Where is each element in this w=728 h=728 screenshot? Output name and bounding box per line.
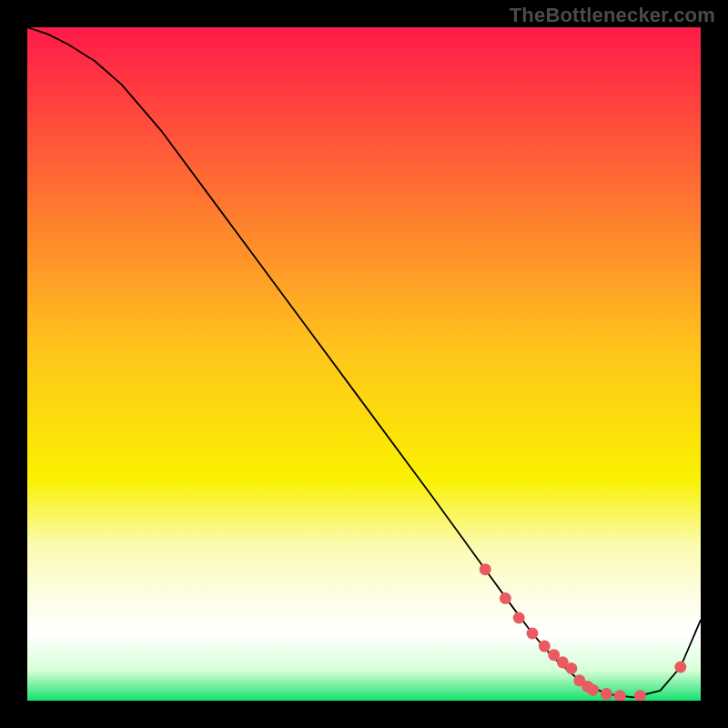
watermark-text: TheBottleneсker.com: [510, 4, 715, 27]
marker-dot: [587, 684, 599, 696]
marker-dot: [500, 592, 511, 604]
marker-dot: [527, 628, 539, 640]
marker-dot: [601, 688, 612, 700]
chart-frame: TheBottleneсker.com: [0, 0, 728, 728]
marker-dot: [513, 612, 525, 623]
marker-dot: [539, 641, 551, 652]
marker-dot: [674, 662, 686, 673]
plot-background: [27, 27, 701, 701]
marker-dot: [565, 662, 577, 674]
chart-svg: [27, 27, 701, 701]
marker-dot: [480, 563, 491, 575]
